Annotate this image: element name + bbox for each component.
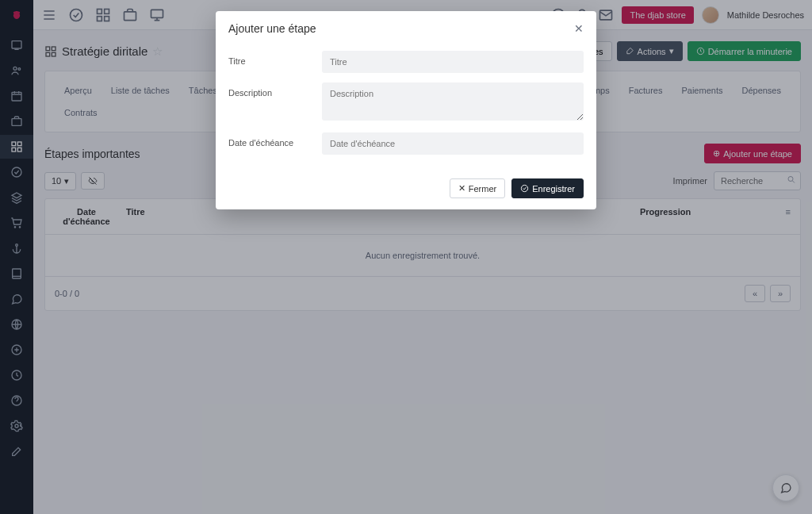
add-step-modal: Ajouter une étape ✕ Titre Description Da… bbox=[216, 11, 596, 209]
description-input[interactable] bbox=[322, 82, 584, 121]
form-row-title: Titre bbox=[228, 46, 584, 78]
title-label: Titre bbox=[228, 51, 322, 73]
save-label: Enregistrer bbox=[532, 184, 575, 194]
close-label: Fermer bbox=[469, 184, 496, 194]
due-input[interactable] bbox=[322, 132, 584, 155]
form-row-due: Date d'échéance bbox=[228, 128, 584, 159]
close-button[interactable]: ✕ Fermer bbox=[450, 178, 505, 198]
modal-close-icon[interactable]: ✕ bbox=[574, 22, 584, 35]
modal-title: Ajouter une étape bbox=[228, 22, 316, 35]
svg-point-35 bbox=[522, 185, 528, 191]
due-label: Date d'échéance bbox=[228, 132, 322, 155]
modal-footer: ✕ Fermer Enregistrer bbox=[216, 171, 596, 209]
modal-header: Ajouter une étape ✕ bbox=[216, 11, 596, 43]
description-label: Description bbox=[228, 82, 322, 123]
save-button[interactable]: Enregistrer bbox=[511, 178, 584, 198]
modal-body: Titre Description Date d'échéance bbox=[216, 43, 596, 171]
title-input[interactable] bbox=[322, 51, 584, 73]
form-row-description: Description bbox=[228, 78, 584, 128]
